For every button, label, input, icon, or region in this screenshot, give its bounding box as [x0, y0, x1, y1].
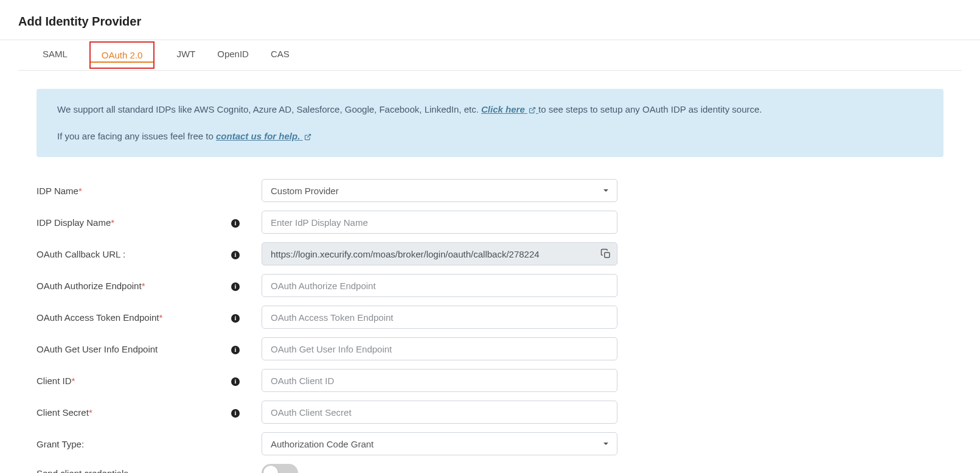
banner-text-2a: If you are facing any issues feel free t… [57, 131, 216, 141]
info-icon[interactable]: i [231, 282, 240, 291]
info-icon[interactable]: i [231, 251, 240, 259]
label-authorize: OAuth Authorize Endpoint* [36, 281, 231, 291]
info-banner: We support all standard IDPs like AWS Co… [36, 89, 944, 157]
info-icon[interactable]: i [231, 377, 240, 386]
label-grant-type: Grant Type: [36, 439, 231, 449]
tab-cas[interactable]: CAS [271, 40, 290, 70]
userinfo-endpoint-input[interactable] [262, 337, 617, 360]
token-endpoint-input[interactable] [262, 306, 617, 329]
label-token: OAuth Access Token Endpoint* [36, 312, 231, 323]
svg-line-1 [307, 135, 311, 138]
client-secret-input[interactable] [262, 401, 617, 424]
info-icon[interactable]: i [231, 219, 240, 228]
content: We support all standard IDPs like AWS Co… [0, 71, 980, 473]
row-authorize: OAuth Authorize Endpoint* i [36, 274, 944, 297]
send-creds-toggle[interactable] [262, 464, 298, 473]
svg-rect-2 [605, 253, 610, 258]
callback-url-input[interactable] [262, 242, 617, 265]
label-client-secret: Client Secret* [36, 407, 231, 418]
copy-icon[interactable] [600, 248, 611, 259]
idp-display-name-input[interactable] [262, 211, 617, 234]
row-client-secret: Client Secret* i [36, 401, 944, 424]
info-icon[interactable]: i [231, 346, 240, 354]
row-userinfo: OAuth Get User Info Endpoint i [36, 337, 944, 360]
contact-us-text: contact us for help. [216, 131, 300, 141]
row-send-creds: Send client credentials [36, 464, 944, 473]
banner-text-1a: We support all standard IDPs like AWS Co… [57, 104, 481, 114]
external-link-icon [304, 133, 311, 141]
tab-jwt[interactable]: JWT [176, 40, 195, 70]
click-here-link[interactable]: Click here [481, 104, 538, 114]
row-callback-url: OAuth Callback URL : i [36, 242, 944, 265]
tab-saml[interactable]: SAML [43, 40, 68, 70]
page-title: Add Identity Provider [18, 15, 962, 29]
info-icon[interactable]: i [231, 314, 240, 323]
tab-oauth[interactable]: OAuth 2.0 [89, 41, 155, 69]
external-link-icon [529, 107, 536, 114]
label-idp-name: IDP Name* [36, 186, 231, 196]
info-icon[interactable]: i [231, 409, 240, 418]
row-token: OAuth Access Token Endpoint* i [36, 306, 944, 329]
tab-openid[interactable]: OpenID [217, 40, 249, 70]
row-grant-type: Grant Type: Authorization Code Grant [36, 432, 944, 455]
banner-text-1b: to see steps to setup any OAuth IDP as i… [538, 104, 762, 114]
authorize-endpoint-input[interactable] [262, 274, 617, 297]
client-id-input[interactable] [262, 369, 617, 392]
idp-name-select[interactable]: Custom Provider [262, 179, 617, 202]
contact-us-link[interactable]: contact us for help. [216, 131, 311, 141]
row-client-id: Client ID* i [36, 369, 944, 392]
click-here-text: Click here [481, 104, 525, 114]
label-client-id: Client ID* [36, 376, 231, 386]
row-idp-display: IDP Display Name* i [36, 211, 944, 234]
grant-type-select[interactable]: Authorization Code Grant [262, 432, 617, 455]
tabs: SAML OAuth 2.0 JWT OpenID CAS [18, 40, 962, 71]
label-idp-display: IDP Display Name* [36, 217, 231, 228]
row-idp-name: IDP Name* Custom Provider [36, 179, 944, 202]
page-header: Add Identity Provider [0, 0, 980, 40]
label-callback-url: OAuth Callback URL : [36, 249, 231, 259]
label-send-creds: Send client credentials [36, 468, 231, 474]
svg-line-0 [532, 108, 535, 111]
label-userinfo: OAuth Get User Info Endpoint [36, 344, 231, 354]
